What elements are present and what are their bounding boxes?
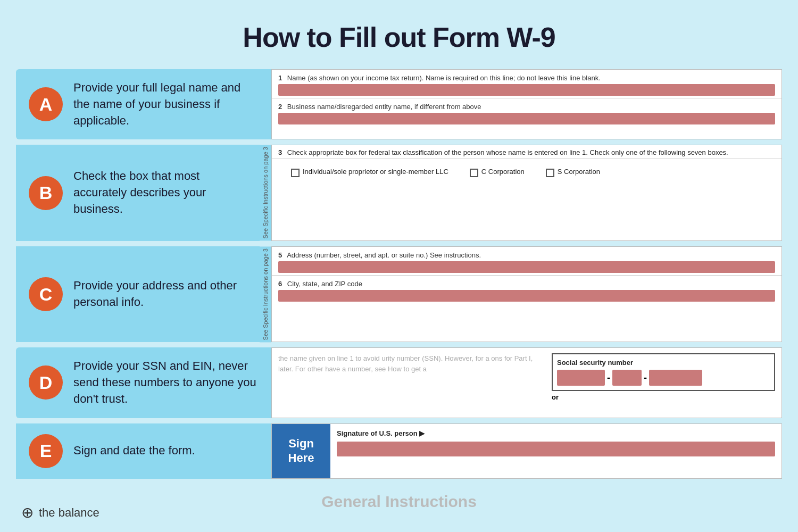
ssn-box: Social security number - - xyxy=(552,353,775,391)
signature-area: Signature of U.S. person ▶ xyxy=(330,424,782,478)
section-b-form-panel: 3 Check appropriate box for federal tax … xyxy=(271,145,782,240)
ssn-dash-2: - xyxy=(644,372,647,384)
ssn-right-area: Social security number - - or xyxy=(552,353,775,401)
section-d-instruction-panel: D Provide your SSN and EIN, never send t… xyxy=(16,347,271,418)
section-e-text: Sign and date the form. xyxy=(73,443,195,459)
form-field-6: 6 City, state, and ZIP code xyxy=(272,276,782,304)
field-5-number: 5 xyxy=(278,251,282,259)
field-1-text: Name (as shown on your income tax return… xyxy=(287,74,601,82)
ssn-inputs: - - xyxy=(557,370,770,386)
section-c-form-panel: 5 Address (number, street, and apt. or s… xyxy=(271,246,782,342)
form-field-1: 1 Name (as shown on your income tax retu… xyxy=(272,70,782,98)
ssn-segment-1[interactable] xyxy=(557,370,605,386)
field-2-number: 2 xyxy=(278,103,282,111)
section-e-label: E xyxy=(29,434,63,468)
checkbox-s-corp-label: S Corporation xyxy=(558,168,600,177)
tax-class-header: 3 Check appropriate box for federal tax … xyxy=(272,145,782,159)
section-a-instruction-panel: A Provide your full legal name and the n… xyxy=(16,69,271,139)
section-c-instruction-panel: C Provide your address and other persona… xyxy=(16,246,260,342)
section-a-label: A xyxy=(29,87,63,121)
checkboxes-row: Individual/sole proprietor or single-mem… xyxy=(291,168,775,177)
section-c-text: Provide your address and other personal … xyxy=(73,278,247,311)
ssn-dash-1: - xyxy=(607,372,610,384)
field-6-text: City, state, and ZIP code xyxy=(287,280,362,288)
section-d-form-panel: the name given on line 1 to avoid urity … xyxy=(271,347,782,418)
section-b-label: B xyxy=(29,176,63,210)
checkboxes-container: Individual/sole proprietor or single-mem… xyxy=(272,159,782,181)
checkbox-c-corp-box[interactable] xyxy=(470,169,478,177)
section-b-side-text: See Specific Instructions on page 3 xyxy=(260,145,271,240)
checkbox-s-corp: S Corporation xyxy=(546,168,600,177)
section-d-row: D Provide your SSN and EIN, never send t… xyxy=(16,347,782,418)
section-a-text: Provide your full legal name and the nam… xyxy=(73,80,259,129)
ssn-title: Social security number xyxy=(557,359,770,367)
ssn-gray-text-area: the name given on line 1 to avoid urity … xyxy=(278,353,541,401)
main-content: A Provide your full legal name and the n… xyxy=(0,69,798,515)
ssn-gray-text: the name given on line 1 to avoid urity … xyxy=(278,353,541,374)
checkbox-individual-label: Individual/sole proprietor or single-mem… xyxy=(303,168,448,177)
section-d-text: Provide your SSN and EIN, never send the… xyxy=(73,358,259,407)
ssn-section: the name given on line 1 to avoid urity … xyxy=(272,348,782,406)
signature-label: Signature of U.S. person ▶ xyxy=(337,429,775,437)
section-d-label: D xyxy=(29,365,63,400)
field-5-input[interactable] xyxy=(278,261,775,273)
ssn-or: or xyxy=(552,393,775,401)
section-b-text: Check the box that most accurately descr… xyxy=(73,168,247,217)
section-a-form-panel: 1 Name (as shown on your income tax retu… xyxy=(271,69,782,139)
section-b-row: B Check the box that most accurately des… xyxy=(16,145,782,240)
ssn-segment-2[interactable] xyxy=(612,370,642,386)
section-c-label: C xyxy=(29,277,63,311)
signature-input-bar[interactable] xyxy=(337,442,775,456)
field-6-label: 6 City, state, and ZIP code xyxy=(278,280,775,288)
field-2-text: Business name/disregarded entity name, i… xyxy=(287,103,481,111)
general-instructions: General Instructions xyxy=(16,484,782,515)
checkbox-individual: Individual/sole proprietor or single-mem… xyxy=(291,168,448,177)
field-1-input[interactable] xyxy=(278,84,775,96)
section-b-instruction-panel: B Check the box that most accurately des… xyxy=(16,145,260,240)
field-1-label: 1 Name (as shown on your income tax retu… xyxy=(278,74,775,82)
field-1-number: 1 xyxy=(278,74,282,82)
section-e-form-panel: Sign Here Signature of U.S. person ▶ xyxy=(271,423,782,479)
form-field-5: 5 Address (number, street, and apt. or s… xyxy=(272,247,782,276)
section-c-side-text: See Specific Instructions on page 3 xyxy=(260,246,271,342)
field-2-label: 2 Business name/disregarded entity name,… xyxy=(278,103,775,111)
logo-area: ⊕ the balance xyxy=(21,504,99,521)
checkbox-c-corp-label: C Corporation xyxy=(481,168,525,177)
field-6-input[interactable] xyxy=(278,290,775,302)
field-5-text: Address (number, street, and apt. or sui… xyxy=(287,251,481,259)
section-a-row: A Provide your full legal name and the n… xyxy=(16,69,782,139)
checkbox-individual-box[interactable] xyxy=(291,169,300,177)
field-6-number: 6 xyxy=(278,280,282,288)
section-e-row: E Sign and date the form. Sign Here Sign… xyxy=(16,423,782,479)
field-2-input[interactable] xyxy=(278,113,775,124)
logo-icon: ⊕ xyxy=(21,504,34,521)
section-e-instruction-panel: E Sign and date the form. xyxy=(16,423,271,479)
checkbox-s-corp-box[interactable] xyxy=(546,169,554,177)
form-field-2: 2 Business name/disregarded entity name,… xyxy=(272,98,782,127)
sign-here-box: Sign Here xyxy=(272,424,330,478)
field-5-label: 5 Address (number, street, and apt. or s… xyxy=(278,251,775,259)
field-3-text: Check appropriate box for federal tax cl… xyxy=(287,148,728,156)
page-title: How to Fill out Form W-9 xyxy=(0,0,798,69)
logo-text: the balance xyxy=(39,506,99,520)
checkbox-c-corp: C Corporation xyxy=(470,168,525,177)
ssn-segment-3[interactable] xyxy=(649,370,702,386)
field-3-number: 3 xyxy=(278,148,282,156)
section-c-row: C Provide your address and other persona… xyxy=(16,246,782,342)
